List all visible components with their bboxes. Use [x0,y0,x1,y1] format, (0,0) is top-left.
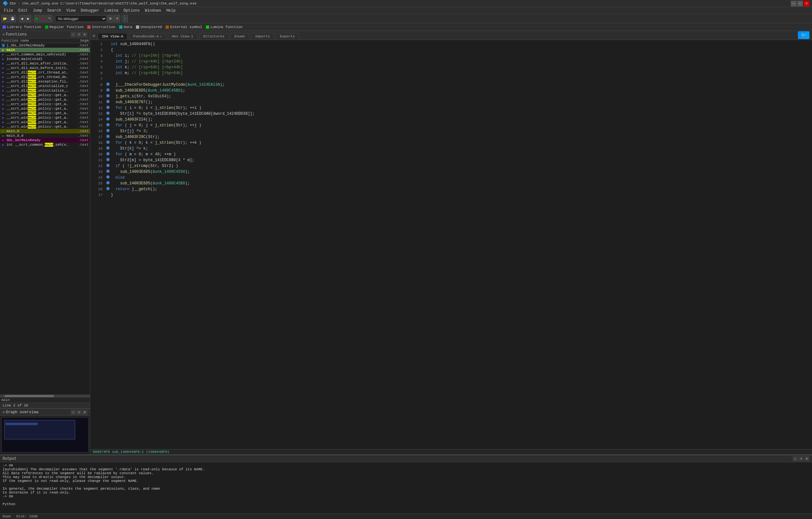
output-line-data-ref: All data references to the segment will … [3,471,809,475]
fn-col-name-header: Function name [1,39,69,43]
code-line-3: 3 int i; // [rsp+24h] [rbp+4h] [90,53,812,59]
toolbar-back[interactable]: ◀ [19,15,25,22]
fn-item-uninit-c[interactable]: ▶ __scrt_dllmain_uninitialize_c .text [0,84,90,88]
menu-options[interactable]: Options [121,8,142,13]
fn-item-exception[interactable]: ▶ __scrt_dllmain_exception_filter .text [0,79,90,84]
toolbar-run[interactable]: ▶ [34,15,40,22]
fn-icon-lib13: ▶ [1,102,5,106]
fn-name-winmain2: __scrt_winmain_policy::get_app_type(void… [6,98,69,102]
fn-item-winmain8[interactable]: ▶ __scrt_winmain_policy::get_app_type(vo… [0,125,90,129]
legend-instruction: Instruction [87,25,115,29]
fn-item-sdl-setmainready2[interactable]: ▶ SDL_SetMainReady .text [0,138,90,142]
fn-item-winmain7[interactable]: ▶ __scrt_winmain_policy::get_app_type(vo… [0,120,90,125]
code-line-23: 23 sub_14003E6D5(&unk_1400C4598); [90,169,812,175]
title-bar-controls[interactable]: ─ □ ✕ [791,1,809,6]
menu-windows[interactable]: Windows [142,8,164,13]
fn-name-winmain3: __scrt_winmain_policy::get_app_type(void… [6,102,69,106]
fn-name-scrt-common-main: int __scrt_common_main_seh(void)'::1'::f… [6,143,69,147]
tab-imports[interactable]: Imports [251,33,274,40]
fn-name-winmain8: __scrt_winmain_policy::get_app_type(void… [6,125,69,129]
functions-close-btn[interactable]: ✕ [82,32,87,37]
code-line-24: 24 else [90,175,812,181]
toolbar-stop[interactable]: ■ [40,15,46,22]
fn-item-main0[interactable]: ▶ main_0 .text [0,129,90,133]
tab-pseudocode-a[interactable]: Pseudocode-A ✕ [129,33,166,40]
toolbar-lumina[interactable]: L [123,15,128,22]
close-button[interactable]: ✕ [804,1,809,6]
maximize-button[interactable]: □ [797,1,803,6]
content-area: ⊞ Functions □ ↗ ✕ Function name Segm [0,31,812,455]
panel-toggle[interactable]: ⊞ [90,32,98,39]
legend-external: External symbol [166,25,202,29]
fn-item-scrt-common-main[interactable]: ▶ int __scrt_common_main_seh(void)'::1':… [0,142,90,147]
fn-item-main[interactable]: ▶ main .text [0,48,90,52]
fn-name-winmain7: __scrt_winmain_policy::get_app_type(void… [6,120,69,124]
menu-edit[interactable]: Edit [16,8,30,13]
toolbar-open[interactable]: 📂 [1,15,8,22]
toolbar-refresh[interactable]: ↺ [114,15,120,22]
fn-icon-lib2: ▶ [1,53,5,56]
functions-scrollbar[interactable] [0,394,90,397]
fn-item-winmain3[interactable]: ▶ __scrt_winmain_policy::get_app_type(vo… [0,102,90,106]
fn-item-scrt-common[interactable]: ▶ __scrt_common_main_seh(void) .text [0,52,90,57]
fn-item-thread-attach[interactable]: ▶ __scrt_dllmain_crt_thread_attach .text [0,70,90,75]
fn-icon-lib4: ▶ [1,61,5,65]
fn-item-winmain4[interactable]: ▶ __scrt_winmain_policy::get_app_type(vo… [0,106,90,111]
graph-close-btn[interactable]: ✕ [82,410,87,415]
fn-item-uninit-crit[interactable]: ▶ __scrt_dllmain_uninitialize_critical .… [0,88,90,93]
output-close-btn[interactable]: ✕ [804,456,809,461]
graph-float-btn[interactable]: ↗ [76,410,82,415]
fn-name-winmain5: __scrt_winmain_policy::get_app_type(void… [6,111,69,115]
tab-hex-label: Hex View-1 [172,34,193,38]
fn-item-invoke[interactable]: ▶ invoke_main(void) .text [0,57,90,61]
functions-float-btn[interactable]: ↗ [76,32,82,37]
minimize-button[interactable]: ─ [791,1,796,6]
graph-minimize-btn[interactable]: □ [70,410,76,415]
menu-lumina[interactable]: Lumina [102,8,121,13]
legend-unexplored-label: Unexplored [141,25,162,29]
code-line-18: 18 for ( k = 0; k < j_strlen(Str); ++k ) [90,140,812,146]
menu-help[interactable]: Help [164,8,178,13]
code-line-7: 7 [90,76,812,82]
legend-instruction-label: Instruction [92,25,115,29]
fn-item-main00[interactable]: ▶ main_0_0 .text [0,133,90,138]
debugger-select[interactable]: No debugger [55,16,107,22]
fn-icon-lib15: ▶ [1,111,5,115]
code-line-13: 13 Str[i] ^= byte_141EDC890[byte_141EDC8… [90,111,812,117]
tab-exports[interactable]: Exports [276,33,299,40]
toolbar-save[interactable]: 💾 [9,15,16,22]
fn-col-seg-header: Segm [69,39,89,43]
fn-item-winmain5[interactable]: ▶ __scrt_winmain_policy::get_app_type(vo… [0,111,90,115]
toolbar-settings[interactable]: ⚙ [107,15,113,22]
graph-panel: ⊞ Graph overview □ ↗ ✕ [0,408,90,455]
toolbar-forward[interactable]: ▶ [25,15,31,22]
tab-enums[interactable]: Enums [230,33,250,40]
output-minimize-btn[interactable]: □ [793,456,798,461]
output-float-btn[interactable]: ↗ [799,456,804,461]
fn-name-scrt-common: __scrt_common_main_seh(void) [6,53,69,56]
tab-ida-view-a[interactable]: IDA View-A [98,33,127,40]
fn-icon-lib17: ▶ [1,120,5,124]
menu-view[interactable]: View [64,8,78,13]
legend-external-label: External symbol [170,25,202,29]
menu-file[interactable]: File [1,8,16,13]
toolbar-step[interactable]: ↷ [47,15,52,22]
menu-jump[interactable]: Jump [30,8,45,13]
fn-item-winmain2[interactable]: ▶ __scrt_winmain_policy::get_app_type(vo… [0,97,90,102]
tab-pseudo-close[interactable]: ✕ [160,34,162,38]
fn-icon-lib18: ▶ [1,125,5,129]
content-wrapper: ⊞ Functions □ ↗ ✕ Function name Segm [0,31,812,519]
functions-minimize-btn[interactable]: □ [70,32,76,37]
menu-debugger[interactable]: Debugger [78,8,102,13]
fn-item-winmain6[interactable]: ▶ __scrt_winmain_policy::get_app_type(vo… [0,115,90,120]
code-line-1: 1 int sub_1400440F0() [90,41,812,47]
fn-item-sdl-setmainready[interactable]: 🔵 j_SDL_SetMainReady .text [0,43,90,48]
tab-structures[interactable]: Structures [199,33,229,40]
fn-item-before-init[interactable]: ▶ __scrt_dll_main_before_initialize_c .t… [0,66,90,70]
fn-item-after-init[interactable]: ▶ __scrt_dll_main_after_initialize_c .te… [0,61,90,66]
tab-hex-view-1[interactable]: Hex View-1 [168,33,198,40]
legend-data-dot [119,25,122,29]
fn-item-winmain1[interactable]: ▶ __scrt_winmain_policy::get_app_type(vo… [0,93,90,97]
fn-item-thread-detach[interactable]: ▶ __scrt_dllmain_crt_thread_detach .text [0,75,90,79]
menu-search[interactable]: Search [45,8,63,13]
